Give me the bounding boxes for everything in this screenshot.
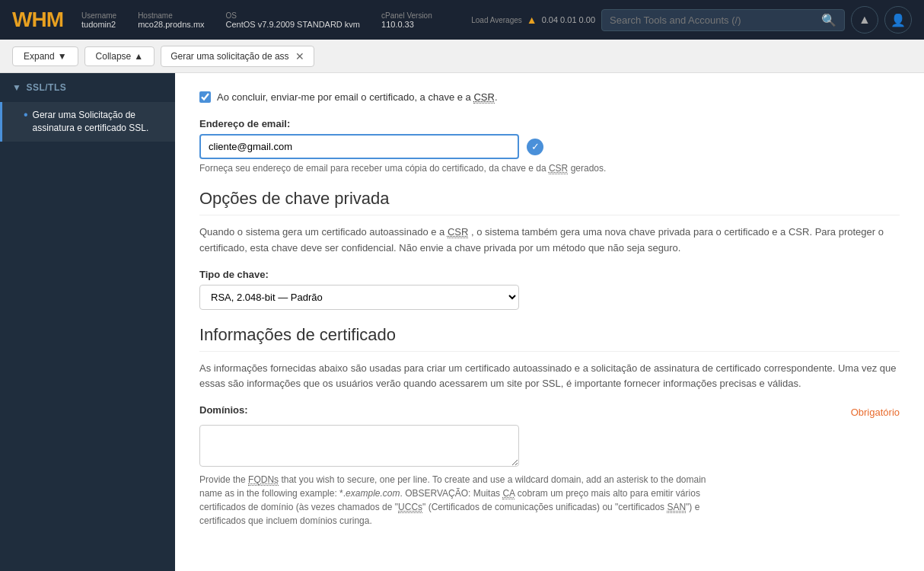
csr-abbr: CSR [473,91,494,104]
sidebar-section-ssl-tls[interactable]: ▼ SSL/TLS [0,73,175,102]
example-domain: example.com [346,488,400,499]
domains-hint: Provide the FQDNs that you wish to secur… [199,473,717,528]
chevron-down-icon: ▼ [12,82,21,93]
san-abbr: SAN [667,502,686,513]
toolbar: Expand ▼ Collapse ▲ Gerar uma solicitaçã… [0,40,924,73]
email-checkbox-label: Ao concluir, enviar-me por email o certi… [217,91,498,103]
email-checkbox[interactable] [199,91,211,103]
notifications-button[interactable]: ▲ [851,6,878,33]
expand-icon: ▼ [58,51,67,62]
meta-username: Username tudomin2 [81,11,116,29]
email-checkbox-row: Ao concluir, enviar-me por email o certi… [199,91,900,103]
csr-desc-abbr: CSR [448,226,468,238]
meta-os: OS CentOS v7.9.2009 STANDARD kvm [226,11,360,29]
meta-cpanel-version: cPanel Version 110.0.33 [381,11,432,29]
fqdns-abbr: FQDNs [248,474,279,486]
expand-button[interactable]: Expand ▼ [12,46,78,66]
domains-label-row: Domínios: Obrigatório [199,404,900,420]
domains-textarea[interactable] [199,425,519,467]
email-valid-icon: ✓ [527,139,543,155]
load-avg-arrow-icon: ▲ [527,14,537,26]
cert-info-section-title: Informações de certificado [199,325,900,352]
ca-abbr: CA [502,488,515,499]
main-layout: ▼ SSL/TLS • Gerar uma Solicitação de ass… [0,73,924,571]
uccs-abbr: UCCs [398,502,422,513]
email-label: Endereço de email: [199,118,900,129]
domains-field-group: Domínios: Obrigatório Provide the FQDNs … [199,404,900,528]
domains-label: Domínios: [199,404,248,416]
cert-info-desc: As informações fornecidas abaixo são usa… [199,361,900,393]
load-averages: Load Averages ▲ 0.04 0.01 0.00 [471,14,595,26]
key-type-label: Tipo de chave: [199,269,900,280]
email-field-group: Endereço de email: ✓ Forneça seu endereç… [199,118,900,174]
email-input[interactable] [199,134,519,159]
breadcrumb-tag: Gerar uma solicitação de ass ✕ [161,46,314,67]
meta-hostname: Hostname mco28.prodns.mx [138,11,204,29]
collapse-button[interactable]: Collapse ▲ [84,46,155,66]
private-key-desc: Quando o sistema gera um certificado aut… [199,225,900,257]
system-meta: Username tudomin2 Hostname mco28.prodns.… [81,11,462,29]
search-button[interactable]: 🔍 [821,13,836,27]
email-hint: Forneça seu endereço de email para receb… [199,163,900,174]
search-box[interactable]: 🔍 [601,9,845,31]
private-key-section-title: Opções de chave privada [199,189,900,215]
search-area: Load Averages ▲ 0.04 0.01 0.00 🔍 ▲ 👤 [462,6,912,33]
topbar: WHM Username tudomin2 Hostname mco28.pro… [0,0,924,40]
close-breadcrumb-button[interactable]: ✕ [295,50,304,62]
email-field-row: ✓ [199,134,900,159]
key-type-select[interactable]: RSA, 2.048-bit — Padrão RSA, 4.096-bit E… [199,285,519,310]
search-input[interactable] [610,14,821,26]
user-account-button[interactable]: 👤 [884,6,912,33]
whm-logo: WHM [12,8,63,32]
collapse-icon: ▲ [134,51,143,62]
content-area: Ao concluir, enviar-me por email o certi… [175,73,924,571]
csr-hint-abbr: CSR [549,163,568,174]
sidebar: ▼ SSL/TLS • Gerar uma Solicitação de ass… [0,73,175,571]
active-dot-icon: • [24,109,28,121]
domains-required-badge: Obrigatório [851,407,900,418]
key-type-field-group: Tipo de chave: RSA, 2.048-bit — Padrão R… [199,269,900,310]
sidebar-item-generate-ssl[interactable]: • Gerar uma Solicitação de assinatura e … [0,102,175,142]
